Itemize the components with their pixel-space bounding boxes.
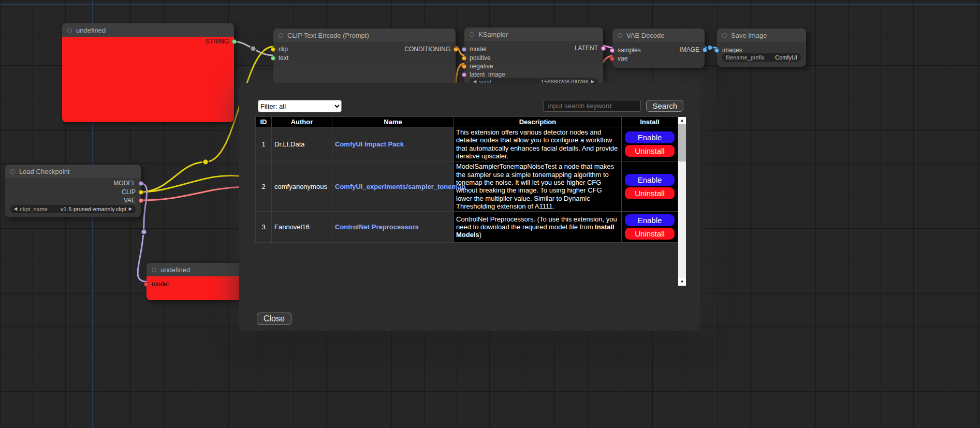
clip-slot-dot[interactable] — [271, 47, 275, 52]
reroute-dot-image[interactable] — [707, 45, 712, 50]
uninstall-button[interactable]: Uninstall — [625, 187, 675, 199]
node-title-bar[interactable]: undefined — [62, 23, 234, 37]
images-slot-dot[interactable] — [714, 48, 719, 53]
node-title-bar[interactable]: CLIP Text Encode (Prompt) — [273, 28, 456, 42]
output-slot-image[interactable]: IMAGE — [679, 47, 707, 52]
next-arrow-icon[interactable]: ▶ — [129, 207, 132, 211]
string-slot-dot[interactable] — [232, 39, 237, 44]
close-button[interactable]: Close — [257, 313, 291, 325]
slot-label: IMAGE — [679, 46, 699, 53]
previous-arrow-icon[interactable]: ◀ — [14, 207, 17, 211]
output-slot-latent[interactable]: LATENT — [575, 46, 606, 51]
input-slot-images[interactable]: images — [714, 48, 742, 53]
node-save-image[interactable]: Save Image images filename_prefix ComfyU… — [717, 28, 806, 67]
input-slot-model[interactable]: model — [462, 47, 487, 52]
input-slot-model[interactable]: model — [144, 282, 169, 287]
reroute-dot-gray[interactable] — [251, 46, 256, 52]
table-scrollbar[interactable]: ▲ ▼ — [678, 117, 686, 286]
slot-label: CLIP — [122, 188, 136, 196]
output-slot-conditioning[interactable]: CONDITIONING — [404, 47, 458, 52]
node-undefined-top[interactable]: undefined STRING — [62, 23, 234, 122]
input-slot-positive[interactable]: positive — [462, 55, 491, 61]
enable-button[interactable]: Enable — [625, 174, 675, 186]
cell-install: Enable Uninstall — [622, 127, 678, 161]
slot-label: vae — [618, 55, 627, 62]
scrollbar-track[interactable] — [678, 161, 686, 278]
slot-label: LATENT — [575, 45, 598, 52]
node-status-dot — [722, 33, 727, 38]
slot-label: samples — [618, 47, 641, 54]
slot-label: text — [279, 54, 288, 62]
node-title-bar[interactable]: KSampler — [464, 27, 603, 41]
cell-id: 1 — [256, 127, 272, 161]
extension-link[interactable]: ControlNet Preprocessors — [335, 223, 419, 231]
input-slot-clip[interactable]: clip — [271, 47, 288, 52]
output-slot-vae[interactable]: VAE — [124, 198, 143, 203]
slot-label: STRING — [206, 38, 229, 45]
latent-slot-dot[interactable] — [601, 46, 606, 51]
vae-slot-dot[interactable] — [139, 198, 143, 203]
input-slot-text[interactable]: text — [271, 55, 288, 61]
cell-install: Enable Uninstall — [622, 212, 678, 243]
input-slot-negative[interactable]: negative — [462, 64, 493, 69]
node-graph-canvas[interactable]: undefined STRING CLIP Text Encode (Promp… — [0, 0, 980, 428]
output-slot-string[interactable]: STRING — [206, 39, 237, 44]
node-title: undefined — [76, 26, 106, 34]
enable-button[interactable]: Enable — [625, 214, 675, 226]
node-title-bar[interactable]: VAE Decode — [612, 28, 705, 42]
node-load-checkpoint[interactable]: Load Checkpoint MODEL CLIP VAE ◀ ckpt_na… — [5, 165, 141, 217]
ckpt-name-widget[interactable]: ◀ ckpt_name v1-5-pruned-emaonly.ckpt ▶ — [10, 205, 136, 213]
uninstall-button[interactable]: Uninstall — [625, 228, 675, 240]
filename-prefix-widget[interactable]: filename_prefix ComfyUI — [722, 53, 801, 62]
node-body: samples vae IMAGE — [612, 42, 705, 68]
input-slot-latent-image[interactable]: latent_image — [462, 72, 505, 77]
slot-label: VAE — [124, 197, 136, 204]
extension-link[interactable]: ComfyUI_experiments/sampler_tonemap — [335, 183, 465, 190]
input-slot-vae[interactable]: vae — [610, 56, 627, 61]
model-slot-dot[interactable] — [139, 181, 143, 186]
samples-slot-dot[interactable] — [610, 48, 615, 53]
extension-link[interactable]: ComfyUI Impact Pack — [335, 140, 404, 148]
search-button[interactable]: Search — [646, 100, 683, 112]
output-slot-model[interactable]: MODEL — [113, 181, 143, 186]
input-slot-samples[interactable]: samples — [610, 48, 641, 53]
widget-label: filename_prefix — [726, 54, 765, 61]
image-slot-dot[interactable] — [703, 48, 707, 52]
output-slot-clip[interactable]: CLIP — [122, 189, 143, 195]
node-title-bar[interactable]: undefined — [147, 263, 250, 276]
slot-label: MODEL — [113, 180, 136, 187]
uninstall-button[interactable]: Uninstall — [625, 145, 675, 157]
negative-slot-dot[interactable] — [462, 64, 466, 69]
model-slot-dot[interactable] — [462, 47, 466, 52]
text-slot-dot[interactable] — [271, 56, 275, 61]
vae-slot-dot[interactable] — [610, 56, 615, 61]
node-status-dot — [10, 169, 15, 174]
node-vae-decode[interactable]: VAE Decode samples vae IMAGE — [612, 28, 705, 68]
latent-image-slot-dot[interactable] — [462, 72, 466, 77]
node-title-bar[interactable]: Load Checkpoint — [5, 165, 141, 178]
model-slot-dot[interactable] — [144, 282, 149, 287]
positive-slot-dot[interactable] — [462, 56, 466, 61]
scrollbar-thumb[interactable] — [678, 124, 686, 161]
node-undefined-bottom[interactable]: undefined model — [147, 263, 250, 300]
search-input[interactable] — [544, 100, 641, 112]
slot-label: latent_image — [470, 71, 505, 78]
enable-button[interactable]: Enable — [625, 131, 675, 143]
widget-label: ckpt_name — [20, 206, 48, 212]
cell-author: Fannovel16 — [272, 212, 332, 243]
reroute-dot-model[interactable] — [141, 229, 147, 235]
node-title: Load Checkpoint — [19, 168, 70, 175]
cell-description: ModelSamplerTonemapNoiseTest a node that… — [454, 161, 622, 212]
clip-slot-dot[interactable] — [139, 190, 143, 195]
conditioning-slot-dot[interactable] — [454, 47, 458, 52]
slot-label: clip — [279, 46, 288, 53]
filter-select[interactable]: Filter: all — [258, 100, 342, 112]
node-body-error: STRING — [62, 37, 234, 122]
node-title: VAE Decode — [626, 32, 664, 39]
scroll-down-icon[interactable]: ▼ — [678, 278, 686, 286]
slot-label: model — [470, 46, 487, 53]
reroute-dot-clip[interactable] — [203, 159, 209, 165]
scroll-up-icon[interactable]: ▲ — [678, 117, 686, 124]
slot-label: CONDITIONING — [404, 46, 450, 53]
node-title-bar[interactable]: Save Image — [717, 28, 806, 42]
